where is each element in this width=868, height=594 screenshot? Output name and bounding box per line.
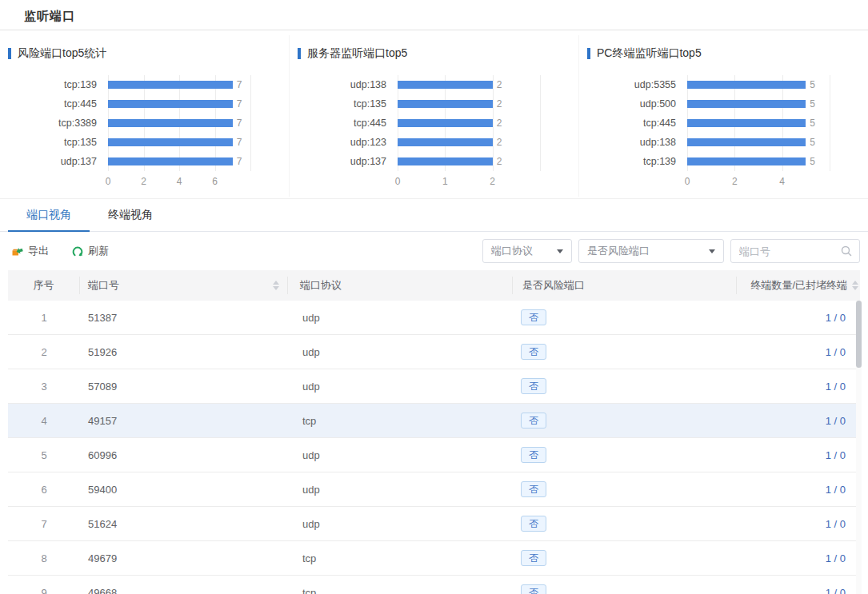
refresh-icon	[71, 245, 84, 257]
chart-category-label: udp:5355	[579, 75, 687, 94]
cell-count[interactable]: 1 / 0	[737, 484, 860, 496]
chart-bar	[398, 81, 493, 89]
chart-value-label: 2	[497, 156, 502, 167]
chart-category-label: tcp:445	[290, 114, 398, 133]
cell-count[interactable]: 1 / 0	[737, 312, 860, 324]
chart-category-label: tcp:139	[0, 75, 108, 94]
search-icon	[840, 245, 853, 257]
filters: 端口协议 是否风险端口	[482, 239, 860, 263]
cell-port: 49679	[80, 552, 288, 564]
chart-axis-tick: 2	[141, 176, 146, 187]
table-row[interactable]: 949668tcp否1 / 0	[8, 576, 860, 594]
chart-axis-tick: 0	[395, 176, 401, 187]
cell-protocol: udp	[288, 449, 513, 461]
chart-bar	[687, 100, 806, 108]
cell-count[interactable]: 1 / 0	[737, 587, 860, 594]
chart-category-label: tcp:445	[0, 94, 108, 114]
cell-index: 2	[8, 346, 80, 358]
chart-labels: udp:138tcp:135tcp:445udp:123udp:137	[290, 75, 398, 171]
cell-index: 8	[8, 552, 80, 564]
chart-title: PC终端监听端口top5	[597, 46, 702, 61]
table-row[interactable]: 357089udp否1 / 0	[8, 369, 860, 404]
cell-count[interactable]: 1 / 0	[737, 346, 860, 358]
chart-category-label: udp:137	[290, 152, 398, 171]
tab-terminal-view[interactable]: 终端视角	[90, 208, 171, 232]
chart-labels: tcp:139tcp:445tcp:3389tcp:135udp:137	[0, 75, 108, 171]
chart-bar	[687, 157, 806, 165]
cell-index: 1	[8, 312, 80, 324]
chart-bar	[687, 138, 806, 146]
chart-axis-tick: 1	[442, 176, 448, 187]
sort-icon[interactable]	[273, 281, 279, 290]
chart-value-label: 5	[810, 79, 815, 90]
chart-value-label: 2	[497, 79, 502, 90]
chart-category-label: tcp:445	[579, 114, 687, 133]
cell-index: 4	[8, 415, 80, 427]
cell-protocol: tcp	[288, 552, 513, 564]
chart-bar	[108, 119, 233, 127]
export-button[interactable]: 导出	[11, 244, 49, 258]
header-risk: 是否风险端口	[513, 277, 737, 294]
chart-axis-tick: 6	[212, 176, 218, 187]
chart-value-label: 2	[497, 118, 502, 129]
cell-risk: 否	[513, 413, 737, 429]
chart-bar	[687, 81, 806, 89]
cell-protocol: udp	[288, 484, 513, 496]
chart-bar	[108, 138, 233, 146]
cell-port: 51387	[80, 312, 288, 324]
tab-port-view[interactable]: 端口视角	[8, 208, 90, 232]
refresh-button[interactable]: 刷新	[71, 244, 109, 258]
cell-risk: 否	[513, 516, 737, 532]
cell-risk: 否	[513, 378, 737, 394]
sort-icon[interactable]	[852, 281, 858, 290]
chart-ticks: 0246	[108, 174, 250, 190]
chart-value-label: 7	[237, 79, 242, 90]
page-title: 监听端口	[24, 9, 868, 24]
chart-plot: 22222	[398, 75, 540, 171]
cell-risk: 否	[513, 344, 737, 360]
cell-protocol: tcp	[288, 587, 513, 594]
table-row[interactable]: 849679tcp否1 / 0	[8, 541, 860, 576]
chart-axis-tick: 0	[685, 176, 690, 187]
chart-category-label: udp:500	[579, 94, 687, 114]
header-count[interactable]: 终端数量/已封堵终端	[737, 277, 860, 294]
table-row[interactable]: 560996udp否1 / 0	[8, 438, 860, 472]
chart-value-label: 5	[810, 118, 815, 129]
chart-value-label: 2	[497, 98, 502, 110]
table-body: 151387udp否1 / 0251926udp否1 / 0357089udp否…	[8, 301, 860, 594]
table-header: 序号 端口号 端口协议 是否风险端口 终端数量/已封堵终端	[8, 270, 860, 301]
chart-category-label: tcp:3389	[0, 114, 108, 133]
chart-bar	[398, 100, 493, 108]
cell-count[interactable]: 1 / 0	[737, 449, 860, 461]
chart-ticks: 024	[687, 174, 830, 190]
header-protocol: 端口协议	[288, 277, 513, 294]
cell-protocol: udp	[288, 518, 513, 530]
refresh-label: 刷新	[88, 244, 109, 258]
cell-risk: 否	[513, 584, 737, 594]
cell-count[interactable]: 1 / 0	[737, 381, 860, 393]
cell-count[interactable]: 1 / 0	[737, 552, 860, 564]
risk-badge: 否	[521, 344, 546, 360]
cell-count[interactable]: 1 / 0	[737, 415, 860, 427]
table-row[interactable]: 151387udp否1 / 0	[8, 301, 860, 335]
cell-port: 49157	[80, 415, 288, 427]
table-row[interactable]: 251926udp否1 / 0	[8, 335, 860, 369]
cell-count[interactable]: 1 / 0	[737, 518, 860, 530]
risk-badge: 否	[521, 516, 546, 532]
chart-axis-tick: 2	[732, 176, 738, 187]
port-search-input[interactable]	[739, 245, 840, 257]
view-tabbar: 端口视角 终端视角	[0, 207, 868, 232]
chart-server-ports: 服务器监听端口top5 udp:138tcp:135tcp:445udp:123…	[289, 35, 578, 197]
cell-protocol: udp	[288, 346, 513, 358]
cell-index: 7	[8, 518, 80, 530]
risk-badge: 否	[521, 413, 546, 429]
risk-select[interactable]: 是否风险端口	[578, 239, 724, 263]
header-port[interactable]: 端口号	[80, 277, 288, 294]
table-row[interactable]: 659400udp否1 / 0	[8, 472, 860, 507]
protocol-select[interactable]: 端口协议	[482, 239, 572, 263]
scrollbar-thumb[interactable]	[856, 301, 862, 368]
chart-value-label: 7	[237, 137, 242, 148]
cell-index: 5	[8, 449, 80, 461]
table-row[interactable]: 449157tcp否1 / 0	[8, 404, 860, 438]
table-row[interactable]: 751624udp否1 / 0	[8, 507, 860, 541]
